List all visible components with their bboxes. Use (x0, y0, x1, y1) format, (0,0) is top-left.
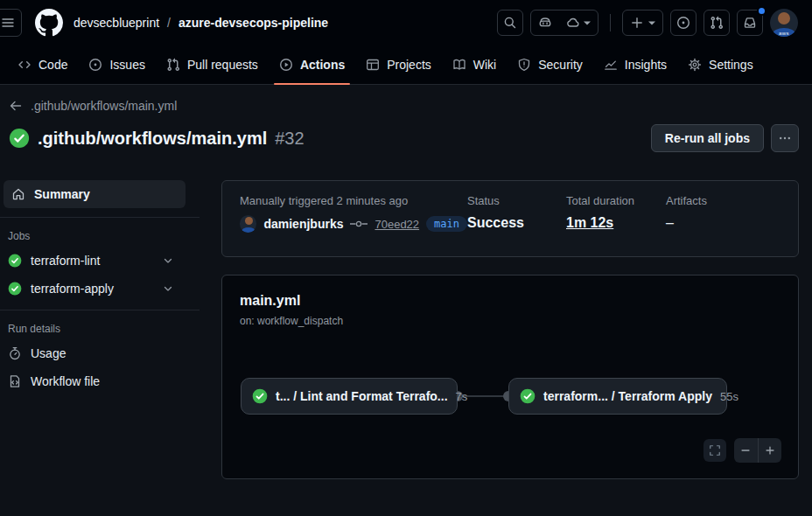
tab-projects[interactable]: Projects (359, 45, 438, 84)
tab-label: Insights (625, 58, 667, 72)
search-button[interactable] (497, 10, 523, 36)
breadcrumb-repo-link[interactable]: azure-devsecops-pipeline (178, 16, 328, 30)
rerun-all-jobs-button[interactable]: Re-run all jobs (651, 124, 764, 152)
sidebar-item-usage[interactable]: Usage (0, 339, 200, 367)
sidebar-job-terraform-apply[interactable]: terraform-apply (0, 275, 200, 303)
avatar-head-shape (778, 12, 790, 24)
avatar-head-shape (245, 217, 253, 225)
breadcrumb-separator: / (167, 16, 171, 30)
sidebar-item-workflow-file[interactable]: Workflow file (0, 367, 200, 395)
check-circle-icon (8, 282, 22, 296)
back-breadcrumb-link[interactable]: .github/workflows/main.yml (9, 99, 177, 113)
commit-sha-link[interactable]: 70eed22 (374, 218, 419, 231)
run-content: Summary Jobs terraform-lint terraform-ap… (0, 173, 812, 479)
copilot-button-group (530, 10, 598, 36)
unread-notification-dot (757, 6, 766, 16)
job-node-terraform-lint[interactable]: t... / Lint and Format Terrafo... 7s (241, 378, 458, 415)
copilot-button[interactable] (531, 10, 559, 35)
graph-zoom-controls (734, 438, 781, 463)
tab-settings[interactable]: Settings (681, 45, 760, 84)
breadcrumb-owner-link[interactable]: devsecblueprint (74, 16, 159, 30)
duration-column: Total duration 1m 12s (566, 194, 666, 243)
tab-label: Settings (709, 58, 753, 72)
duration-label: Total duration (566, 194, 666, 207)
copilot-agents-dropdown-button[interactable] (559, 10, 598, 35)
create-new-dropdown-button[interactable] (622, 10, 663, 36)
search-icon (503, 16, 517, 30)
your-pull-requests-button[interactable] (704, 10, 730, 36)
branch-badge[interactable]: main (426, 216, 467, 232)
three-bars-icon (1, 16, 15, 30)
copilot-icon (538, 16, 552, 30)
status-label: Status (467, 194, 566, 207)
jobs-section-heading: Jobs (0, 218, 200, 247)
job-node-duration: 7s (456, 390, 468, 403)
minus-icon (739, 444, 752, 457)
chevron-down-icon[interactable] (162, 255, 174, 267)
tab-code[interactable]: Code (10, 45, 74, 84)
tab-insights[interactable]: Insights (597, 45, 674, 84)
play-circle-icon (279, 58, 293, 72)
run-options-kebab-button[interactable] (771, 124, 799, 152)
caret-down-icon (648, 19, 655, 26)
trigger-column: Manually triggered 2 minutes ago damienj… (240, 194, 467, 243)
avatar-shirt-shape (242, 227, 256, 233)
home-icon (11, 187, 25, 201)
artifacts-value: – (666, 215, 780, 231)
tab-actions[interactable]: Actions (272, 45, 352, 84)
user-avatar[interactable]: aws (770, 9, 798, 37)
kebab-horizontal-icon (778, 131, 792, 145)
run-actions: Re-run all jobs (651, 124, 799, 152)
repo-nav: Code Issues Pull requests Actions Projec… (0, 45, 812, 85)
stopwatch-icon (8, 346, 22, 360)
job-node-label: t... / Lint and Format Terrafo... (276, 389, 448, 403)
run-sidebar: Summary Jobs terraform-lint terraform-ap… (0, 173, 200, 479)
job-node-terraform-apply[interactable]: terraform... / Terraform Apply 55s (508, 378, 727, 415)
tab-wiki[interactable]: Wiki (445, 45, 503, 84)
run-main: Manually triggered 2 minutes ago damienj… (221, 173, 799, 479)
tab-label: Projects (387, 58, 431, 72)
workflow-file-label: Workflow file (31, 374, 100, 388)
workflow-graph-card: main.yml on: workflow_dispatch t... / Li… (221, 275, 799, 479)
inbox-icon (743, 16, 757, 30)
file-code-icon (8, 374, 22, 388)
app-header: devsecblueprint / azure-devsecops-pipeli… (0, 0, 812, 45)
tab-label: Security (538, 58, 583, 72)
shield-icon (517, 58, 531, 72)
sidebar-item-summary[interactable]: Summary (4, 180, 186, 208)
graph-fit-to-view-button[interactable] (704, 439, 726, 462)
hamburger-menu-button[interactable] (0, 9, 22, 37)
run-title-row: .github/workflows/main.yml #32 Re-run al… (9, 124, 799, 152)
avatar-shirt-text: aws (770, 31, 798, 36)
tab-pull-requests[interactable]: Pull requests (159, 45, 265, 84)
page-title: .github/workflows/main.yml (38, 129, 267, 149)
plus-icon (764, 444, 776, 457)
actor-avatar[interactable] (240, 215, 256, 233)
duration-value-link[interactable]: 1m 12s (566, 215, 666, 231)
your-issues-button[interactable] (670, 10, 696, 36)
actor-name-link[interactable]: damienjburks (263, 217, 343, 231)
screen-full-icon (709, 444, 721, 457)
chevron-down-icon[interactable] (162, 282, 174, 295)
git-pull-request-icon (710, 16, 724, 30)
check-circle-icon (9, 128, 30, 149)
issue-opened-icon (88, 58, 102, 72)
job-node-duration: 55s (720, 390, 738, 403)
tab-security[interactable]: Security (510, 45, 590, 84)
zoom-out-button[interactable] (734, 438, 758, 463)
zoom-in-button[interactable] (758, 438, 782, 463)
breadcrumb: devsecblueprint / azure-devsecops-pipeli… (74, 16, 328, 30)
tab-issues[interactable]: Issues (81, 45, 151, 84)
notifications-wrapper (737, 10, 763, 36)
trigger-row: damienjburks 70eed22 main (240, 215, 467, 233)
plus-icon (630, 16, 644, 30)
job-name: terraform-apply (31, 282, 114, 296)
tab-label: Wiki (473, 58, 496, 72)
sidebar-job-terraform-lint[interactable]: terraform-lint (0, 247, 200, 275)
run-details-section-heading: Run details (0, 310, 200, 339)
code-icon (18, 58, 32, 72)
header-actions: aws (497, 9, 798, 37)
github-logo-icon[interactable] (35, 9, 63, 37)
git-pull-request-icon (166, 58, 180, 72)
status-value: Success (467, 215, 566, 231)
